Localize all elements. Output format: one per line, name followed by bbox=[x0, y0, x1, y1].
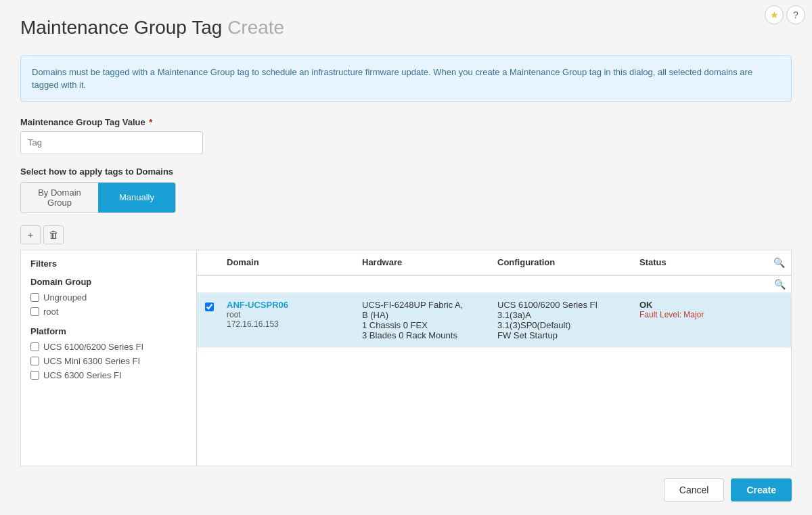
toggle-group: By Domain Group Manually bbox=[20, 182, 176, 213]
table-header: Domain Hardware Configuration Status 🔍 bbox=[197, 250, 791, 276]
header-status: Status bbox=[634, 250, 767, 274]
required-indicator: * bbox=[149, 117, 152, 127]
table-row[interactable]: ANF-UCSPR06 root 172.16.16.153 UCS-FI-62… bbox=[197, 293, 791, 348]
main-content: Maintenance Group Tag Create Domains mus… bbox=[0, 0, 812, 480]
hardware-line3: 1 Chassis 0 FEX bbox=[362, 320, 487, 330]
add-button[interactable]: + bbox=[20, 225, 41, 244]
star-icon: ★ bbox=[770, 9, 779, 20]
filter-ucs6100-label: UCS 6100/6200 Series FI bbox=[43, 342, 143, 352]
page-action-label: Create bbox=[227, 17, 284, 38]
filter-root-checkbox[interactable] bbox=[30, 307, 39, 316]
config-line4: FW Set Startup bbox=[497, 330, 629, 340]
manually-button[interactable]: Manually bbox=[98, 183, 175, 212]
hardware-line4: 3 Blades 0 Rack Mounts bbox=[362, 330, 487, 340]
table-search-icon[interactable]: 🔍 bbox=[774, 279, 786, 290]
apply-method-group: Select how to apply tags to Domains By D… bbox=[20, 166, 792, 213]
domain-group-filter-title: Domain Group bbox=[30, 277, 187, 287]
tag-value-label: Maintenance Group Tag Value * bbox=[20, 117, 792, 127]
search-icon: 🔍 bbox=[773, 257, 785, 268]
row-action-col bbox=[767, 293, 791, 347]
by-domain-group-button[interactable]: By Domain Group bbox=[21, 183, 98, 212]
config-line2: 3.1(3a)A bbox=[497, 310, 629, 320]
row-hardware-col: UCS-FI-6248UP Fabric A, B (HA) 1 Chassis… bbox=[357, 293, 492, 347]
header-hardware: Hardware bbox=[357, 250, 492, 274]
hardware-line1: UCS-FI-6248UP Fabric A, bbox=[362, 300, 487, 310]
filter-ucs6300-checkbox[interactable] bbox=[30, 371, 39, 380]
star-button[interactable]: ★ bbox=[765, 5, 784, 24]
filter-ucsmini-label: UCS Mini 6300 Series FI bbox=[43, 356, 140, 366]
domain-sub1: root bbox=[227, 310, 351, 319]
status-fault: Fault Level: Major bbox=[639, 310, 761, 319]
delete-icon: 🗑 bbox=[49, 229, 59, 240]
domain-sub2: 172.16.16.153 bbox=[227, 319, 351, 329]
content-area: Filters Domain Group Ungrouped root Plat… bbox=[20, 250, 792, 466]
filters-title: Filters bbox=[30, 259, 187, 269]
top-bar: ★ ? bbox=[758, 0, 812, 30]
filter-ungrouped-checkbox[interactable] bbox=[30, 293, 39, 302]
filter-ucs6300: UCS 6300 Series FI bbox=[30, 370, 187, 380]
filter-ucs6300-label: UCS 6300 Series FI bbox=[43, 370, 122, 380]
create-button[interactable]: Create bbox=[731, 478, 792, 501]
filter-ungrouped: Ungrouped bbox=[30, 292, 187, 303]
filter-ucsmini: UCS Mini 6300 Series FI bbox=[30, 356, 187, 366]
page-title-text: Maintenance Group Tag bbox=[20, 17, 222, 38]
apply-method-label: Select how to apply tags to Domains bbox=[20, 166, 792, 177]
filter-root-label: root bbox=[43, 307, 58, 317]
page-title: Maintenance Group Tag Create bbox=[20, 16, 792, 39]
footer: Cancel Create bbox=[664, 478, 792, 501]
row-checkbox[interactable] bbox=[205, 303, 214, 311]
filter-root: root bbox=[30, 307, 187, 317]
filter-ucs6100-checkbox[interactable] bbox=[30, 342, 39, 351]
cancel-button[interactable]: Cancel bbox=[664, 478, 725, 501]
filter-ucs6100: UCS 6100/6200 Series FI bbox=[30, 342, 187, 352]
table-toolbar: + 🗑 bbox=[20, 225, 792, 244]
help-icon: ? bbox=[793, 9, 798, 20]
row-checkbox-col bbox=[197, 293, 221, 347]
tag-value-input[interactable] bbox=[20, 131, 203, 154]
row-domain-col: ANF-UCSPR06 root 172.16.16.153 bbox=[221, 293, 357, 347]
filter-ucsmini-checkbox[interactable] bbox=[30, 357, 39, 365]
filter-ungrouped-label: Ungrouped bbox=[43, 292, 87, 303]
row-config-col: UCS 6100/6200 Series FI 3.1(3a)A 3.1(3)S… bbox=[492, 293, 634, 347]
info-box: Domains must be tagged with a Maintenanc… bbox=[20, 55, 792, 102]
tag-value-group: Maintenance Group Tag Value * bbox=[20, 117, 792, 154]
status-ok: OK bbox=[639, 300, 761, 310]
domain-name: ANF-UCSPR06 bbox=[227, 300, 351, 310]
table-search-bar: 🔍 bbox=[197, 276, 791, 293]
config-line1: UCS 6100/6200 Series FI bbox=[497, 300, 629, 310]
header-domain: Domain bbox=[221, 250, 357, 274]
header-checkbox-col bbox=[197, 256, 221, 269]
info-box-text: Domains must be tagged with a Maintenanc… bbox=[32, 67, 752, 91]
config-line3: 3.1(3)SP0(Default) bbox=[497, 320, 629, 330]
delete-button[interactable]: 🗑 bbox=[43, 225, 64, 244]
hardware-line2: B (HA) bbox=[362, 310, 487, 320]
platform-filter-title: Platform bbox=[30, 326, 187, 336]
add-icon: + bbox=[28, 229, 34, 240]
row-status-col: OK Fault Level: Major bbox=[634, 293, 767, 347]
header-configuration: Configuration bbox=[492, 250, 634, 274]
header-search-icon[interactable]: 🔍 bbox=[767, 250, 791, 275]
filters-panel: Filters Domain Group Ungrouped root Plat… bbox=[21, 250, 197, 466]
help-button[interactable]: ? bbox=[786, 5, 805, 24]
data-table-area: Domain Hardware Configuration Status 🔍 🔍 bbox=[197, 250, 791, 466]
